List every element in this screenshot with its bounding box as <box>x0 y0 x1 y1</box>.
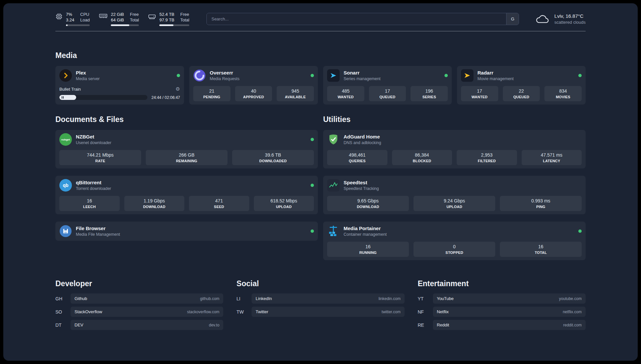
stat-tile: 834MOVIES <box>544 86 582 101</box>
bookmark-row: GH Github github.com <box>55 293 223 304</box>
service-desc: Speedtest Tracking <box>344 186 379 191</box>
nzbget-icon: nzbget <box>59 133 72 146</box>
service-card-filebrowser[interactable]: File Browser Media File Management <box>55 222 318 241</box>
service-card-adguard[interactable]: AdGuard Home DNS and adblocking 498,461Q… <box>323 130 586 168</box>
bookmark-abbr: NF <box>418 309 433 315</box>
bookmark-row: SO StackOverflow stackoverflow.com <box>55 307 223 317</box>
bookmark-link-stackoverflow[interactable]: StackOverflow stackoverflow.com <box>71 307 223 317</box>
pause-icon <box>62 96 62 99</box>
section-heading-entertainment: Entertainment <box>418 279 586 288</box>
service-desc: DNS and adblocking <box>344 140 381 145</box>
stat-tile: 9.65 GbpsDOWNLOAD <box>327 196 409 211</box>
stat-tile: 266 GBREMAINING <box>146 150 228 165</box>
status-dot <box>311 229 314 233</box>
stat-tile: 744.21 MbpsRATE <box>59 150 141 165</box>
bookmark-row: LI LinkedIn linkedin.com <box>236 293 404 304</box>
portainer-icon <box>327 225 340 237</box>
stat-tile: 618.52 MbpsUPLOAD <box>254 196 314 211</box>
weather-location: Lviv, 16.87°C <box>554 13 586 19</box>
stat-tile: 196SERIES <box>411 86 448 101</box>
gear-icon[interactable]: ⚙ <box>176 86 180 92</box>
service-name: Overseerr <box>210 70 239 76</box>
stat-tile: 471SEED <box>189 196 249 211</box>
topbar: 7% CPU 3.24 Load 22 GiB Free 64 G <box>55 12 586 26</box>
bookmark-link-github[interactable]: Github github.com <box>71 293 223 304</box>
bookmark-group-social: Social LI LinkedIn linkedin.com TW Twitt… <box>236 279 404 333</box>
service-name: Speedtest <box>344 180 379 185</box>
bookmark-link-netflix[interactable]: Netflix netflix.com <box>433 307 586 317</box>
disk-icon <box>148 13 156 20</box>
status-dot <box>311 138 314 141</box>
service-desc: Movie management <box>477 76 514 81</box>
playback-progress-bar[interactable] <box>59 95 147 100</box>
service-desc: Torrent downloader <box>76 186 111 191</box>
cpu-widget: 7% CPU 3.24 Load <box>55 12 90 26</box>
cpu-percent: 7% <box>66 12 74 17</box>
weather-condition: scattered clouds <box>554 20 586 25</box>
status-dot <box>578 229 582 233</box>
bookmark-row: TW Twitter twitter.com <box>236 307 404 317</box>
bookmark-abbr: DT <box>55 322 71 328</box>
search-bar: G <box>206 13 519 25</box>
section-documents: Documents & Files nzbget NZBGet Usenet d… <box>55 115 318 260</box>
stat-tile: 945AVAILABLE <box>277 86 314 101</box>
service-card-sonarr[interactable]: Sonarr Series management 485WANTED 17QUE… <box>323 66 452 105</box>
sonarr-icon <box>327 69 340 82</box>
bookmark-abbr: TW <box>236 309 252 315</box>
service-desc: Usenet downloader <box>76 140 111 145</box>
service-name: Plex <box>76 70 100 76</box>
weather-widget: Lviv, 16.87°C scattered clouds <box>535 13 586 25</box>
disk-progress-bar <box>159 24 189 26</box>
stat-tile: 0STOPPED <box>413 242 495 257</box>
stat-tile: 16RUNNING <box>327 242 409 257</box>
playback-time: 24:44 / 02:06:47 <box>151 95 180 100</box>
bookmark-group-entertainment: Entertainment YT YouTube youtube.com NF … <box>418 279 586 333</box>
service-desc: Media Requests <box>210 76 239 81</box>
status-dot <box>578 74 582 77</box>
stat-tile: 22QUEUED <box>503 86 540 101</box>
service-card-qbittorrent[interactable]: qb qBittorrent Torrent downloader 16LEEC… <box>55 176 318 214</box>
bookmark-abbr: SO <box>55 309 71 315</box>
stat-tile: 40APPROVED <box>235 86 272 101</box>
service-desc: Container management <box>344 232 387 237</box>
status-dot <box>311 184 314 187</box>
service-card-portainer[interactable]: Media Portainer Container management 16R… <box>323 222 586 260</box>
search-engine-button[interactable]: G <box>506 13 519 25</box>
service-card-overseerr[interactable]: Overseerr Media Requests 21PENDING 40APP… <box>189 66 318 105</box>
service-card-nzbget[interactable]: nzbget NZBGet Usenet downloader 744.21 M… <box>55 130 318 168</box>
overseerr-icon <box>193 69 206 82</box>
service-card-radarr[interactable]: Radarr Movie management 17WANTED 22QUEUE… <box>457 66 586 105</box>
section-utilities: Utilities AdGuard Home DNS and adblockin… <box>323 115 586 260</box>
bookmark-abbr: LI <box>236 296 252 301</box>
disk-label-2: Total <box>180 17 189 22</box>
service-name: qBittorrent <box>76 180 111 185</box>
stat-tile: 0.993 msPING <box>500 196 582 211</box>
stat-tile: 1.19 GbpsDOWNLOAD <box>124 196 185 211</box>
search-input[interactable] <box>207 13 506 25</box>
bookmark-link-reddit[interactable]: Reddit reddit.com <box>433 320 586 330</box>
bookmark-link-youtube[interactable]: YouTube youtube.com <box>433 293 586 304</box>
dashboard: 7% CPU 3.24 Load 22 GiB Free 64 G <box>3 3 638 361</box>
bookmark-group-developer: Developer GH Github github.com SO StackO… <box>55 279 223 333</box>
disk-widget: 52.4 TB Free 97.9 TB Total <box>148 12 189 26</box>
bookmark-abbr: GH <box>55 296 71 301</box>
ram-progress-bar <box>111 24 139 26</box>
disk-label-1: Free <box>180 12 189 17</box>
stat-tile: 17QUEUED <box>369 86 406 101</box>
stat-tile: 2,953FILTERED <box>457 150 517 165</box>
cpu-label-2: Load <box>80 17 90 22</box>
bookmark-link-dev[interactable]: DEV dev.to <box>71 320 223 330</box>
status-dot <box>177 74 180 77</box>
filebrowser-icon <box>59 225 72 237</box>
section-heading-media: Media <box>55 51 586 60</box>
bookmark-link-twitter[interactable]: Twitter twitter.com <box>252 307 404 317</box>
ram-free: 22 GiB <box>111 12 124 17</box>
service-name: NZBGet <box>76 134 111 139</box>
bookmark-link-linkedin[interactable]: LinkedIn linkedin.com <box>252 293 404 304</box>
service-card-speedtest[interactable]: Speedtest Speedtest Tracking 9.65 GbpsDO… <box>323 176 586 214</box>
stat-tile: 17WANTED <box>461 86 498 101</box>
service-desc: Series management <box>344 76 381 81</box>
service-card-plex[interactable]: Plex Media server Bullet Train ⚙ 24:44 <box>55 66 184 105</box>
service-name: File Browser <box>76 226 120 231</box>
now-playing-title: Bullet Train <box>59 87 81 92</box>
